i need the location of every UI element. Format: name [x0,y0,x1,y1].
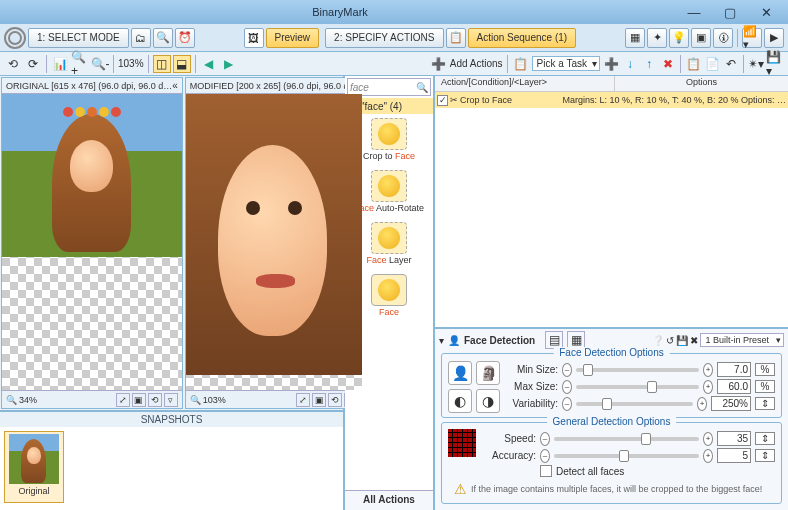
close-button[interactable]: ✕ [748,2,784,22]
orig-zoom-icon[interactable]: 🔍 [6,395,17,405]
mod-refresh-icon[interactable]: ⟲ [328,393,342,407]
rt-more-icon[interactable]: ✴▾ [747,55,765,73]
acc-dec[interactable]: – [540,449,550,463]
min-size-dec[interactable]: – [562,363,572,377]
orig-menu-icon[interactable]: ▿ [164,393,178,407]
reset-icon[interactable]: ↺ [666,335,674,346]
right-profile-icon[interactable]: ◑ [476,389,500,413]
collapse-icon[interactable]: ▾ [439,335,444,346]
var-dec[interactable]: – [562,397,572,411]
acc-spin[interactable]: ⇕ [755,449,775,462]
st-zoom-out-icon[interactable]: 🔍- [91,55,109,73]
max-size-inc[interactable]: + [703,380,713,394]
st-arrow-right-icon[interactable]: ▶ [220,55,238,73]
row1-crop-icon: ✂ [450,95,458,105]
row1-checkbox[interactable]: ✓ [437,95,448,106]
top-tool-5[interactable]: 🛈 [713,28,733,48]
acc-inc[interactable]: + [703,449,713,463]
var-value[interactable]: 250% [711,396,751,411]
face-detection-icon: 👤 [448,335,460,346]
preview-icon[interactable]: 🖼 [244,28,264,48]
var-slider[interactable] [576,402,693,406]
top-tool-1[interactable]: ▦ [625,28,645,48]
mod-zoom-icon[interactable]: 🔍 [190,395,201,405]
frontal-face-icon[interactable]: 👤 [448,361,472,385]
tab-specify-actions[interactable]: 2: SPECIFY ACTIONS [325,28,443,48]
rt-copy-icon[interactable]: 📋 [684,55,702,73]
speed-slider[interactable] [554,437,699,441]
st-arrow-left-icon[interactable]: ◀ [200,55,218,73]
top-tool-4[interactable]: ▣ [691,28,711,48]
speed-value[interactable]: 35 [717,431,751,446]
tab-preview[interactable]: Preview [266,28,320,48]
speed-spin[interactable]: ⇕ [755,432,775,445]
st-split-h[interactable]: ◫ [153,55,171,73]
top-tool-wifi[interactable]: 📶▾ [742,28,762,48]
rt-up-icon[interactable]: ↑ [640,55,658,73]
min-size-unit[interactable]: % [755,363,775,376]
minimize-button[interactable]: — [676,2,712,22]
acc-value[interactable]: 5 [717,448,751,463]
top-tool-3[interactable]: 💡 [669,28,689,48]
rt-save-icon[interactable]: 💾▾ [766,55,784,73]
delete-preset-icon[interactable]: ✖ [690,335,698,346]
rt-undo-icon[interactable]: ↶ [722,55,740,73]
modified-image-area[interactable] [186,94,363,390]
st-zoom-in-icon[interactable]: 🔍+ [71,55,89,73]
top-tool-run[interactable]: ▶ [764,28,784,48]
side-face-icon[interactable]: 🗿 [476,361,500,385]
max-size-dec[interactable]: – [562,380,572,394]
rt-down-icon[interactable]: ↓ [621,55,639,73]
sequence-list-area[interactable] [435,108,788,327]
original-pane: ORIGINAL [615 x 476] (96.0 dpi, 96.0 d…«… [1,77,183,409]
orig-center-icon[interactable]: ▣ [132,393,146,407]
max-size-unit[interactable]: % [755,380,775,393]
st-next-icon[interactable]: ⟳ [24,55,42,73]
toolbar-icon-1[interactable]: 🗂 [131,28,151,48]
var-spin[interactable]: ⇕ [755,397,775,410]
pick-task-dropdown[interactable]: Pick a Task [532,56,600,71]
orig-refresh-icon[interactable]: ⟲ [148,393,162,407]
rt-add-icon[interactable]: ➕ [602,55,620,73]
tab-select-mode[interactable]: 1: SELECT MODE [28,28,129,48]
detect-all-checkbox[interactable] [540,465,552,477]
action-seq-icon[interactable]: 📋 [446,28,466,48]
var-inc[interactable]: + [697,397,707,411]
help-icon[interactable]: ❔ [652,335,664,346]
settings-gear-icon[interactable] [4,27,26,49]
chevron-left-icon[interactable]: « [172,80,178,91]
all-actions-button[interactable]: All Actions [345,490,433,510]
tab-action-sequence[interactable]: Action Sequence (1) [468,28,577,48]
rt-del-icon[interactable]: ✖ [659,55,677,73]
speed-label: Speed: [486,433,536,444]
rt-paste-icon[interactable]: 📄 [703,55,721,73]
snapshot-original[interactable]: Original [4,431,64,503]
toolbar-icon-2[interactable]: 🔍 [153,28,173,48]
min-size-value[interactable]: 7.0 [717,362,751,377]
st-split-v[interactable]: ⬓ [173,55,191,73]
min-size-inc[interactable]: + [703,363,713,377]
st-prev-icon[interactable]: ⟲ [4,55,22,73]
sequence-row-1[interactable]: ✓ ✂ Crop to Face Margins: L: 10 %, R: 10… [435,92,788,108]
maximize-button[interactable]: ▢ [712,2,748,22]
max-size-slider[interactable] [576,385,699,389]
left-profile-icon[interactable]: ◐ [448,389,472,413]
snapshots-panel: SNAPSHOTS Original [0,410,343,510]
acc-slider[interactable] [554,454,699,458]
speed-inc[interactable]: + [703,432,713,446]
min-size-slider[interactable] [576,368,699,372]
speed-dec[interactable]: – [540,432,550,446]
toolbar-icon-3[interactable]: ⏰ [175,28,195,48]
max-size-value[interactable]: 60.0 [717,379,751,394]
add-actions-icon: ➕ [430,55,448,73]
mod-center-icon[interactable]: ▣ [312,393,326,407]
original-image-area[interactable] [2,94,182,390]
search-icon[interactable]: 🔍 [416,82,428,93]
mod-fit-icon[interactable]: ⤢ [296,393,310,407]
save-preset-icon[interactable]: 💾 [676,335,688,346]
top-tool-2[interactable]: ✦ [647,28,667,48]
preset-dropdown[interactable]: 1 Built-in Preset [700,333,784,347]
st-zoom-icon[interactable]: 📊 [51,55,69,73]
orig-fit-icon[interactable]: ⤢ [116,393,130,407]
face-detection-options: Face Detection Options 👤🗿 ◐◑ Min Size: –… [441,353,782,418]
